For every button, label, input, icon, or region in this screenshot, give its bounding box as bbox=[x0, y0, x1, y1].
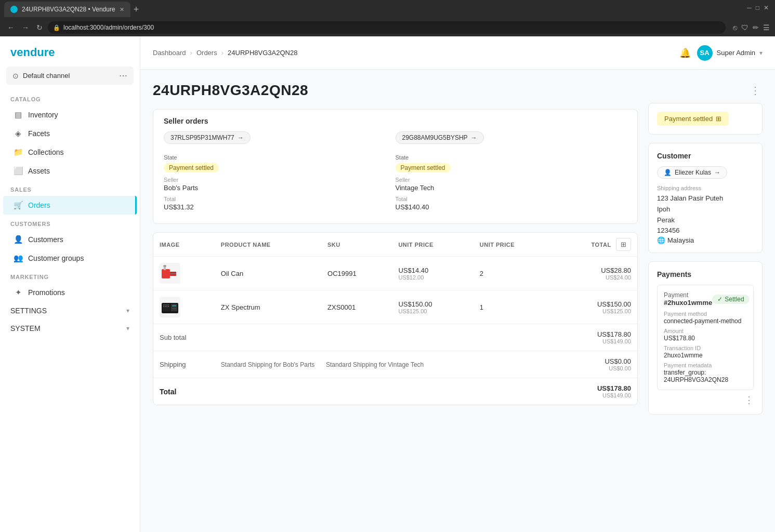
col-product-name: PRODUCT NAME bbox=[215, 233, 321, 257]
customer-link-arrow: → bbox=[714, 169, 720, 176]
sidebar-item-inventory[interactable]: ▤ Inventory bbox=[3, 105, 137, 124]
customer-link[interactable]: 👤 Eliezer Kulas → bbox=[657, 166, 727, 179]
customer-link-icon: 👤 bbox=[664, 169, 672, 176]
forward-btn[interactable]: → bbox=[20, 22, 31, 33]
sub-total-label: Sub total bbox=[153, 324, 555, 351]
seller-order-2-total-label: Total bbox=[396, 196, 617, 202]
customer-card: Customer 👤 Eliezer Kulas → Shipping addr… bbox=[648, 143, 763, 253]
restore-btn[interactable]: □ bbox=[756, 4, 759, 11]
tab-title: 24URPH8VG3A2QN28 • Vendure bbox=[22, 6, 115, 13]
sidebar-item-collections[interactable]: 📁 Collections bbox=[3, 143, 137, 162]
seller-order-1-total-label: Total bbox=[164, 196, 385, 202]
promotions-icon: ✦ bbox=[14, 288, 23, 297]
total-label: Total bbox=[153, 378, 555, 405]
seller-order-1-seller-value: Bob's Parts bbox=[164, 184, 385, 192]
order-line-1-price-sub: US$12.00 bbox=[398, 274, 467, 281]
payment-status-card: Payment settled ⊞ bbox=[648, 103, 763, 135]
share-icon[interactable]: ⎋ bbox=[733, 23, 737, 32]
address-line1: 123 Jalan Pasir Puteh bbox=[657, 194, 723, 202]
active-tab[interactable]: 24URPH8VG3A2QN28 • Vendure ✕ bbox=[4, 2, 130, 17]
sidebar-item-customers[interactable]: 👤 Customers bbox=[3, 230, 137, 249]
payment-more-btn[interactable]: ⋮ bbox=[744, 394, 754, 406]
oil-can-svg bbox=[161, 264, 179, 283]
minimize-btn[interactable]: ─ bbox=[747, 4, 752, 11]
order-line-2-total-sub: US$125.00 bbox=[561, 308, 631, 314]
edit-icon[interactable]: ✏ bbox=[753, 23, 759, 32]
shipping-address: 123 Jalan Pasir Puteh Ipoh Perak 123456 bbox=[657, 193, 754, 236]
seller-order-2-state-badge: Payment settled bbox=[396, 163, 451, 172]
tab-close-btn[interactable]: ✕ bbox=[120, 6, 124, 13]
seller-order-2-seller-value: Vintage Tech bbox=[396, 184, 617, 192]
seller-order-1-code: 37RLSP95P31MWH77 bbox=[170, 134, 234, 141]
columns-toggle-btn[interactable]: ⊞ bbox=[616, 238, 631, 251]
order-line-2-price-sub: US$125.00 bbox=[398, 308, 467, 314]
zx-spectrum-svg bbox=[161, 298, 179, 316]
order-line-1-price-main: US$14.40 bbox=[398, 267, 467, 274]
seller-order-1: 37RLSP95P31MWH77 → State Payment settled… bbox=[164, 125, 396, 215]
shield-icon[interactable]: 🛡 bbox=[741, 23, 748, 32]
sidebar-item-customers-label: Customers bbox=[28, 235, 63, 244]
sidebar-item-promotions[interactable]: ✦ Promotions bbox=[3, 283, 137, 302]
logo-text: vendure bbox=[10, 46, 55, 59]
order-line-1-total-main: US$28.80 bbox=[561, 267, 631, 274]
channel-name: Default channel bbox=[23, 72, 115, 79]
address-bar[interactable]: 🔒 localhost:3000/admin/orders/300 bbox=[48, 21, 726, 34]
menu-icon[interactable]: ☰ bbox=[763, 23, 770, 32]
seller-order-2-code: 29G88AM9UG5BYSHP bbox=[402, 134, 468, 141]
col-unit-price-2: UNIT PRICE bbox=[474, 233, 555, 257]
breadcrumb-current: 24URPH8VG3A2QN28 bbox=[228, 49, 297, 57]
seller-order-2-link[interactable]: 29G88AM9UG5BYSHP → bbox=[396, 131, 484, 144]
order-line-2-product-name: ZX Spectrum bbox=[215, 290, 321, 324]
svg-rect-16 bbox=[172, 305, 176, 307]
sidebar-item-customer-groups[interactable]: 👥 Customer groups bbox=[3, 249, 137, 268]
oil-can-image bbox=[160, 263, 180, 284]
catalog-section-label: CATALOG bbox=[0, 90, 140, 105]
svg-point-3 bbox=[163, 265, 166, 267]
shipping-total-main: US$0.00 bbox=[561, 357, 631, 365]
order-line-2-unit-price: US$150.00 US$125.00 bbox=[392, 290, 473, 324]
order-line-1: Oil Can OC19991 US$14.40 US$12.00 2 US$2… bbox=[153, 257, 637, 290]
channel-more-icon[interactable]: ⋯ bbox=[119, 71, 127, 81]
breadcrumb-orders[interactable]: Orders bbox=[196, 49, 217, 57]
settings-section-label: SETTINGS bbox=[10, 307, 121, 315]
close-btn[interactable]: ✕ bbox=[764, 4, 769, 11]
seller-order-1-seller-label: Seller bbox=[164, 177, 385, 183]
payment-method-label: Payment method bbox=[664, 311, 747, 317]
order-line-2: ZX Spectrum ZXS0001 US$150.00 US$125.00 … bbox=[153, 290, 637, 324]
address-line3: Perak bbox=[657, 216, 675, 224]
settings-section[interactable]: SETTINGS ▾ bbox=[0, 302, 140, 320]
notification-bell-btn[interactable]: 🔔 bbox=[679, 47, 691, 59]
assets-icon: ⬜ bbox=[14, 166, 23, 176]
payments-title: Payments bbox=[657, 270, 754, 278]
payment-id-block: Payment #2huxo1wmme bbox=[664, 291, 712, 307]
app-logo: vendure bbox=[0, 36, 140, 66]
order-line-1-image-cell bbox=[153, 257, 215, 290]
channel-selector[interactable]: ⊙ Default channel ⋯ bbox=[6, 66, 134, 85]
new-tab-btn[interactable]: + bbox=[134, 4, 139, 15]
sidebar-item-facets[interactable]: ◈ Facets bbox=[3, 124, 137, 143]
sidebar-item-assets[interactable]: ⬜ Assets bbox=[3, 162, 137, 180]
orders-icon: 🛒 bbox=[14, 201, 23, 210]
payment-metadata-label: Payment metadata bbox=[664, 362, 747, 368]
seller-order-1-link[interactable]: 37RLSP95P31MWH77 → bbox=[164, 131, 251, 144]
user-menu-btn[interactable]: SA Super Admin ▾ bbox=[697, 45, 763, 61]
svg-rect-17 bbox=[172, 308, 176, 309]
svg-rect-14 bbox=[166, 306, 167, 307]
sub-total-row: Sub total US$178.80 US$149.00 bbox=[153, 324, 637, 351]
seller-order-1-state-badge: Payment settled bbox=[164, 163, 219, 172]
svg-rect-13 bbox=[165, 306, 166, 307]
col-sku: SKU bbox=[321, 233, 392, 257]
reload-btn[interactable]: ↻ bbox=[34, 22, 45, 33]
payment-settled-text: Payment settled bbox=[664, 115, 713, 123]
page-more-icon[interactable]: ⋮ bbox=[748, 82, 763, 99]
sidebar-item-orders[interactable]: 🛒 Orders bbox=[3, 196, 137, 215]
back-btn[interactable]: ← bbox=[5, 22, 17, 33]
sub-total-value: US$178.80 US$149.00 bbox=[555, 324, 637, 351]
sidebar-item-customer-groups-label: Customer groups bbox=[28, 254, 84, 262]
breadcrumb-dashboard[interactable]: Dashboard bbox=[153, 49, 186, 57]
col-total: TOTAL ⊞ bbox=[555, 233, 637, 257]
sidebar-item-promotions-label: Promotions bbox=[28, 288, 65, 297]
payment-settled-status-badge: ✓ Settled bbox=[712, 295, 749, 304]
shipping-total-sub: US$0.00 bbox=[561, 365, 631, 371]
system-section[interactable]: SYSTEM ▾ bbox=[0, 320, 140, 337]
